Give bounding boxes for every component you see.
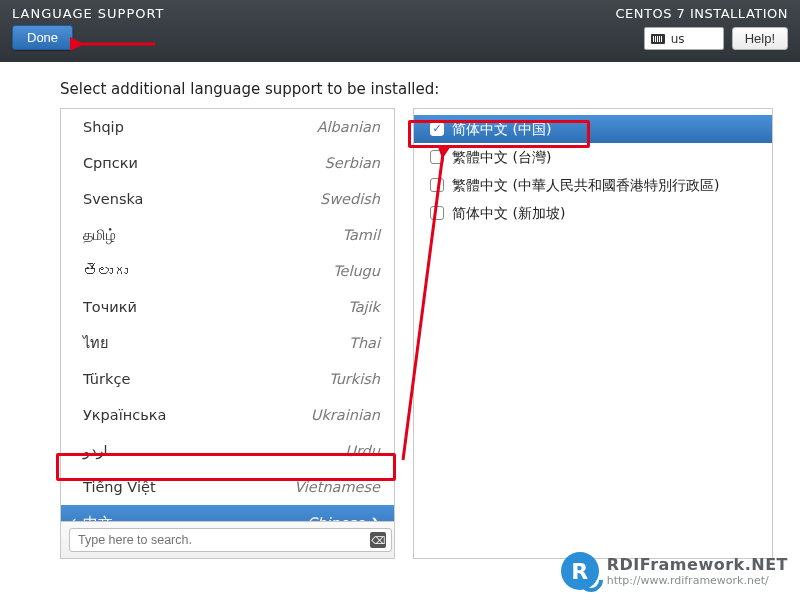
instruction-text: Select additional language support to be… (60, 80, 780, 98)
language-list[interactable]: ShqipAlbanianСрпскиSerbianSvenskaSwedish… (61, 109, 394, 521)
watermark-title: RDIFramework.NET (607, 555, 788, 574)
language-native-label: தமிழ் (83, 221, 116, 249)
keyboard-layout-indicator[interactable]: us (644, 27, 724, 50)
language-english-label: Urdu (345, 437, 380, 465)
checkbox[interactable] (430, 206, 444, 220)
language-english-label: Serbian (325, 149, 380, 177)
language-row[interactable]: TürkçeTurkish (61, 361, 394, 397)
top-bar: LANGUAGE SUPPORT Done CENTOS 7 INSTALLAT… (0, 0, 800, 62)
language-english-label: Turkish (329, 365, 380, 393)
locale-list[interactable]: ✓简体中文 (中国)繁體中文 (台灣)繁體中文 (中華人民共和國香港特別行政區)… (414, 109, 772, 233)
help-button[interactable]: Help! (732, 27, 788, 50)
language-native-label: Tiếng Việt (83, 473, 156, 501)
language-row[interactable]: தமிழ்Tamil (61, 217, 394, 253)
watermark-logo-icon: R (561, 552, 599, 590)
language-row[interactable]: ไทยThai (61, 325, 394, 361)
checkbox[interactable] (430, 178, 444, 192)
language-native-label: اردو (83, 437, 108, 465)
language-native-label: Српски (83, 149, 138, 177)
language-english-label: Thai (349, 329, 380, 357)
installer-title: CENTOS 7 INSTALLATION (615, 6, 788, 21)
header-controls: us Help! (644, 27, 788, 50)
language-row[interactable]: SvenskaSwedish (61, 181, 394, 217)
language-native-label: తెలుగు (83, 257, 128, 285)
locale-row[interactable]: 简体中文 (新加坡) (414, 199, 772, 227)
watermark: R RDIFramework.NET http://www.rdiframewo… (561, 552, 788, 590)
language-native-label: ไทย (83, 329, 108, 357)
clear-search-icon[interactable]: ⌫ (370, 532, 386, 548)
language-row[interactable]: СрпскиSerbian (61, 145, 394, 181)
language-native-label: Türkçe (83, 365, 130, 393)
locale-label: 繁體中文 (台灣) (452, 146, 551, 168)
language-panel: ShqipAlbanianСрпскиSerbianSvenskaSwedish… (60, 108, 395, 559)
locale-panel: ✓简体中文 (中国)繁體中文 (台灣)繁體中文 (中華人民共和國香港特別行政區)… (413, 108, 773, 559)
locale-label: 繁體中文 (中華人民共和國香港特別行政區) (452, 174, 719, 196)
language-native-label: Українська (83, 401, 166, 429)
locale-label: 简体中文 (新加坡) (452, 202, 565, 224)
locale-row[interactable]: 繁體中文 (中華人民共和國香港特別行政區) (414, 171, 772, 199)
language-row[interactable]: ShqipAlbanian (61, 109, 394, 145)
language-english-label: Tajik (348, 293, 380, 321)
chevron-right-icon: ❯ (371, 509, 380, 521)
watermark-text: RDIFramework.NET http://www.rdiframework… (607, 555, 788, 587)
language-english-label: Albanian (317, 113, 380, 141)
language-row[interactable]: УкраїнськаUkrainian (61, 397, 394, 433)
language-english-label: Ukrainian (311, 401, 380, 429)
language-english-label: Swedish (320, 185, 380, 213)
language-english-label: Vietnamese (294, 473, 380, 501)
keyboard-icon (651, 34, 665, 44)
header-right: CENTOS 7 INSTALLATION us Help! (615, 6, 788, 58)
language-native-label: Shqip (83, 113, 124, 141)
language-row[interactable]: ✓中文Chinese❯ (61, 505, 394, 521)
language-native-label: Точикӣ (83, 293, 137, 321)
watermark-url: http://www.rdiframework.net/ (607, 574, 788, 587)
language-native-label: Svenska (83, 185, 143, 213)
checkbox[interactable]: ✓ (430, 122, 444, 136)
content-area: Select additional language support to be… (0, 62, 800, 559)
language-english-label: Tamil (342, 221, 380, 249)
panels: ShqipAlbanianСрпскиSerbianSvenskaSwedish… (60, 108, 780, 559)
language-row[interactable]: తెలుగుTelugu (61, 253, 394, 289)
search-input[interactable] (69, 528, 392, 552)
locale-label: 简体中文 (中国) (452, 118, 551, 140)
locale-row[interactable]: ✓简体中文 (中国) (414, 115, 772, 143)
header-left: LANGUAGE SUPPORT Done (12, 6, 165, 58)
language-native-label: 中文 (83, 509, 113, 521)
page-title: LANGUAGE SUPPORT (12, 6, 165, 21)
language-row[interactable]: Tiếng ViệtVietnamese (61, 469, 394, 505)
language-english-label: Telugu (333, 257, 380, 285)
locale-row[interactable]: 繁體中文 (台灣) (414, 143, 772, 171)
language-row[interactable]: اردوUrdu (61, 433, 394, 469)
checkbox[interactable] (430, 150, 444, 164)
language-english-label: Chinese (307, 509, 365, 521)
search-bar: ⌫ (61, 521, 394, 558)
language-row[interactable]: ТочикӣTajik (61, 289, 394, 325)
check-icon: ✓ (67, 509, 78, 521)
done-button[interactable]: Done (12, 25, 73, 50)
keyboard-layout-label: us (671, 32, 685, 46)
